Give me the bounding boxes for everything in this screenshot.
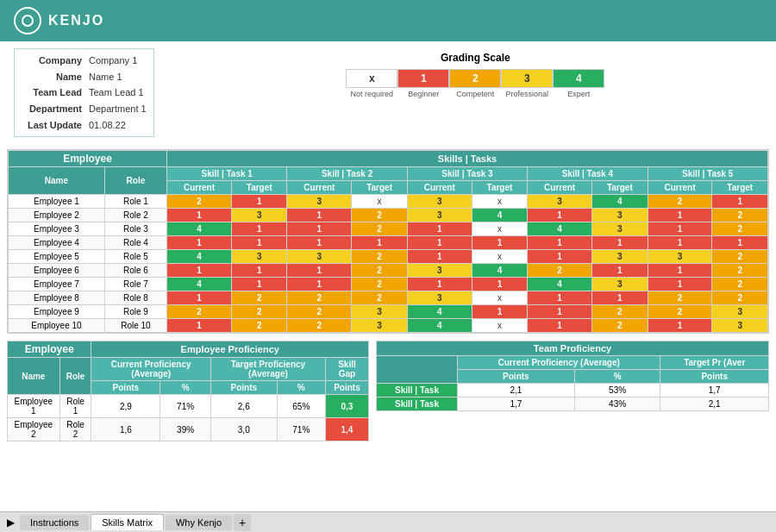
grade-box-3: 3 Professional [501,69,553,98]
cell-employee-role: Role 10 [104,319,166,333]
department-label: Department [22,101,82,117]
cell-s4-current: 2 [528,264,592,278]
cell-s3-target: 1 [472,236,527,250]
table-row: Skill | Task 1,7 43% 2,1 [377,397,769,411]
cell-s2-target: 2 [352,278,407,291]
name-value: Name 1 [89,69,122,85]
cell-s3-target: 4 [472,209,527,222]
th-name: Name [9,167,105,195]
cell-s3-target: x [472,195,527,209]
cell-s5-target: 3 [712,319,768,333]
cell-s4-target: 1 [592,264,648,278]
logo-inner-circle [22,15,34,27]
cell-s4-current: 3 [528,195,592,209]
skills-matrix-wrapper: Employee Skills | Tasks Name Role Skill … [7,149,769,334]
cell-s1-target: 1 [231,195,286,209]
table-row: Employee 1 Role 1 2,9 71% 2,6 65% 0,3 [8,395,369,418]
ep-cur-pct: 71% [160,395,211,418]
cell-s1-target: 1 [231,236,286,250]
cell-employee-name: Employee 5 [9,250,105,264]
cell-s1-target: 1 [231,264,286,278]
grade-label-4: Expert [553,88,604,98]
cell-s5-current: 1 [648,319,712,333]
cell-s3-current: 4 [407,305,472,319]
ep-tgt-pts: 3,0 [210,418,277,441]
cell-s5-target: 2 [712,209,768,222]
table-row: Employee 5Role 543321x1332 [9,250,768,264]
company-value: Company 1 [89,53,137,69]
table-row: Employee 9Role 92223411223 [9,305,768,319]
cell-s5-target: 3 [712,305,768,319]
grade-label-3: Professional [501,88,553,98]
th-team-prof-title: Team Proficiency [377,341,769,356]
th-ep-current-avg: Current Proficiency (Average) [91,358,210,381]
cell-s5-current: 1 [648,264,712,278]
table-row: Employee 1Role 1213x3x3421 [9,195,768,209]
cell-s2-target: 2 [352,291,407,305]
ep-tgt-pts: 2,6 [210,395,277,418]
tab-add-button[interactable]: + [234,514,251,531]
cell-s1-current: 1 [167,236,232,250]
cell-s3-target: x [472,291,527,305]
department-row: Department Department 1 [22,101,147,117]
grade-label-1: Beginner [397,88,449,98]
th-tp-cur-pct: % [574,370,660,384]
cell-s4-target: 3 [592,278,648,291]
tab-skills-matrix[interactable]: Skills Matrix [91,514,164,530]
employee-proficiency-table: Employee Employee Proficiency Name Role … [7,341,369,441]
name-label: Name [22,69,82,85]
th-tp-tgt-pts: Points [660,370,769,384]
cell-employee-name: Employee 1 [9,195,105,209]
cell-s2-target: 2 [352,250,407,264]
cell-s4-target: 2 [592,305,648,319]
table-row: Employee 3Role 341121x4312 [9,222,768,236]
grade-cell-3: 3 [501,69,553,88]
cell-s1-current: 4 [167,250,232,264]
table-row: Employee 4Role 41111111111 [9,236,768,250]
cell-s2-target: 3 [352,305,407,319]
cell-s4-current: 1 [528,209,592,222]
cell-s4-target: 3 [592,209,648,222]
tp-skill-task: Skill | Task [377,397,458,411]
logo-icon [14,7,41,34]
app-header: KENJO [0,0,776,41]
tab-arrow-left[interactable]: ▶ [3,516,18,529]
th-emp-prof-title: Employee Proficiency [91,341,369,358]
cell-s4-target: 2 [592,319,648,333]
cell-s5-current: 2 [648,305,712,319]
cell-s1-current: 1 [167,209,232,222]
cell-s2-current: 3 [287,195,352,209]
cell-s4-current: 4 [528,278,592,291]
cell-s1-target: 1 [231,278,286,291]
main-content: Employee Skills | Tasks Name Role Skill … [0,144,776,447]
cell-employee-role: Role 5 [104,250,166,264]
cell-s1-target: 1 [231,222,286,236]
grading-scale: Grading Scale x Not required 1 Beginner … [189,48,762,137]
grade-box-1: 1 Beginner [397,69,449,98]
cell-s5-target: 1 [712,195,768,209]
lastupdate-value: 01.08.22 [89,117,126,134]
cell-s2-target: x [352,195,407,209]
tab-why-kenjo[interactable]: Why Kenjo [166,515,232,530]
grade-cell-2: 2 [449,69,501,88]
th-s2-current: Current [287,181,352,195]
tp-cur-pct: 53% [574,384,660,397]
cell-s4-current: 1 [528,319,592,333]
cell-s1-current: 2 [167,305,232,319]
cell-s3-target: x [472,222,527,236]
th-s1-target: Target [231,181,286,195]
tab-instructions[interactable]: Instructions [20,515,89,530]
cell-s1-current: 4 [167,222,232,236]
cell-s4-target: 4 [592,195,648,209]
cell-s1-current: 4 [167,278,232,291]
cell-s3-target: 1 [472,305,527,319]
cell-s2-target: 2 [352,209,407,222]
grade-box-2: 2 Competent [449,69,501,98]
cell-s3-current: 3 [407,195,472,209]
ep-name: Employee 1 [8,395,60,418]
th-ep-skill-gap: Skill Gap [325,358,368,381]
department-value: Department 1 [89,101,147,117]
team-proficiency-section: Team Proficiency Current Proficiency (Av… [376,341,769,441]
employee-proficiency-section: Employee Employee Proficiency Name Role … [7,341,369,441]
table-row: Employee 7Role 74112114312 [9,278,768,291]
